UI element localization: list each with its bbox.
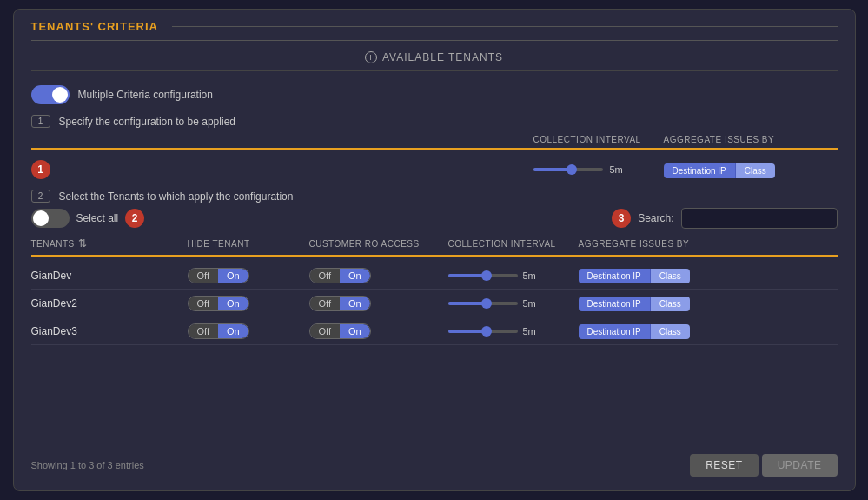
global-interval-value: 5m: [610, 164, 632, 175]
cro-off-btn[interactable]: Off: [310, 269, 340, 283]
hide-toggle-cell: Off On: [188, 295, 309, 311]
search-input[interactable]: [681, 208, 838, 229]
agg-class-btn[interactable]: Class: [650, 297, 690, 311]
search-area: 3 Search:: [612, 208, 837, 229]
cro-cell: Off On: [309, 295, 448, 311]
step1-row: 1 Specify the configuration to be applie…: [31, 110, 838, 133]
table-row: GianDev2 Off On Off On 5m: [31, 290, 838, 317]
step1-box: 1: [31, 115, 50, 128]
sort-icon[interactable]: ⇅: [78, 237, 88, 250]
aggregate-cell: Destination IP Class: [579, 267, 752, 283]
select-all-toggle[interactable]: [31, 209, 70, 228]
entries-label: Showing 1 to 3 of 3 entries: [31, 460, 144, 470]
col-tenants-header: Tenants ⇅: [31, 237, 188, 250]
available-tenants-label: Available Tenants: [382, 51, 503, 63]
badge1: 1: [31, 160, 50, 179]
badge3: 3: [612, 209, 631, 228]
global-agg-dest-btn[interactable]: Destination IP: [664, 163, 735, 178]
hide-toggle-cell: Off On: [188, 323, 309, 339]
multiple-criteria-toggle[interactable]: [31, 85, 70, 104]
col-hide-header: Hide Tenant: [188, 239, 309, 249]
interval-slider[interactable]: [448, 274, 518, 277]
cro-on-btn[interactable]: On: [340, 269, 370, 283]
multiple-criteria-label: Multiple Criteria configuration: [78, 89, 213, 101]
col-header-collection: Collection Interval: [533, 135, 664, 144]
cro-on-btn[interactable]: On: [340, 324, 370, 338]
hide-toggle-pair: Off On: [188, 268, 249, 283]
aggregate-cell: Destination IP Class: [579, 323, 752, 339]
global-aggregate: Destination IP Class: [664, 162, 838, 178]
table-row: GianDev Off On Off On 5m: [31, 262, 838, 290]
aggregate-cell: Destination IP Class: [579, 295, 752, 311]
cro-cell: Off On: [309, 323, 448, 339]
global-config-row: 1 5m Destination IP Class: [31, 155, 838, 184]
agg-group: Destination IP Class: [579, 297, 690, 311]
agg-dest-btn[interactable]: Destination IP: [579, 269, 650, 283]
multiple-criteria-row: Multiple Criteria configuration: [31, 80, 838, 110]
footer: Showing 1 to 3 of 3 entries RESET UPDATE: [31, 454, 838, 477]
hide-off-btn[interactable]: Off: [189, 297, 218, 310]
agg-group: Destination IP Class: [579, 324, 690, 339]
col-cro-header: Customer RO Access: [309, 239, 448, 249]
interval-slider[interactable]: [448, 330, 518, 333]
cro-on-btn[interactable]: On: [340, 297, 370, 310]
agg-class-btn[interactable]: Class: [650, 324, 690, 339]
cro-cell: Off On: [309, 267, 448, 283]
select-all-label: Select all: [76, 212, 119, 224]
global-interval: 5m: [533, 164, 664, 175]
col-header-aggregate: Aggregate Issues by: [664, 135, 838, 144]
title-text: Tenants' Criteria: [31, 20, 158, 33]
interval-value: 5m: [523, 298, 545, 309]
select-all-area: Select all 2: [31, 209, 604, 228]
reset-button[interactable]: RESET: [690, 454, 759, 477]
step2-row: 2 Select the Tenants to which apply the …: [31, 184, 838, 208]
step2-label: Select the Tenants to which apply the co…: [59, 190, 294, 203]
table-headers: Tenants ⇅ Hide Tenant Customer RO Access…: [31, 234, 838, 253]
panel-title: Tenants' Criteria: [31, 10, 838, 41]
agg-dest-btn[interactable]: Destination IP: [579, 324, 650, 339]
interval-cell: 5m: [448, 326, 579, 337]
step1-label: Specify the configuration to be applied: [59, 116, 235, 128]
interval-cell: 5m: [448, 270, 579, 281]
agg-class-btn[interactable]: Class: [650, 269, 690, 283]
hide-off-btn[interactable]: Off: [189, 269, 218, 283]
hide-on-btn[interactable]: On: [218, 297, 248, 310]
footer-buttons: RESET UPDATE: [690, 454, 837, 477]
search-label: Search:: [638, 212, 673, 224]
tenant-name: GianDev: [31, 270, 188, 282]
agg-group: Destination IP Class: [579, 269, 690, 283]
global-slider[interactable]: [533, 168, 603, 171]
cro-off-btn[interactable]: Off: [310, 297, 340, 310]
available-tenants-header: i Available Tenants: [31, 41, 838, 71]
hide-toggle-pair: Off On: [188, 296, 249, 311]
hide-toggle-pair: Off On: [188, 323, 249, 339]
col-interval-header: Collection Interval: [448, 239, 579, 249]
search-row: Select all 2 3 Search:: [31, 208, 838, 229]
tenant-table-body: GianDev Off On Off On 5m: [31, 262, 838, 345]
interval-value: 5m: [523, 270, 545, 281]
global-agg-class-btn[interactable]: Class: [735, 163, 775, 178]
hide-on-btn[interactable]: On: [218, 269, 248, 283]
cro-toggle-pair: Off On: [309, 268, 371, 283]
hide-toggle-cell: Off On: [188, 267, 309, 283]
cro-toggle-pair: Off On: [309, 296, 371, 311]
interval-slider[interactable]: [448, 302, 518, 305]
step2-box: 2: [31, 190, 50, 203]
interval-cell: 5m: [448, 298, 579, 309]
badge2: 2: [125, 209, 144, 228]
main-panel: Tenants' Criteria i Available Tenants Mu…: [13, 9, 856, 491]
cro-toggle-pair: Off On: [309, 323, 371, 339]
update-button[interactable]: UPDATE: [762, 454, 838, 477]
tenant-name: GianDev2: [31, 297, 188, 310]
orange-divider-top: [31, 148, 838, 150]
hide-off-btn[interactable]: Off: [189, 324, 218, 338]
cro-off-btn[interactable]: Off: [310, 324, 340, 338]
global-agg-group: Destination IP Class: [664, 163, 775, 178]
col-aggregate-header: Aggregate Issues by: [579, 239, 752, 249]
info-icon: i: [365, 51, 377, 63]
tenant-name: GianDev3: [31, 325, 188, 337]
agg-dest-btn[interactable]: Destination IP: [579, 297, 650, 311]
hide-on-btn[interactable]: On: [218, 324, 248, 338]
orange-divider-table: [31, 255, 838, 257]
table-row: GianDev3 Off On Off On 5m: [31, 317, 838, 345]
